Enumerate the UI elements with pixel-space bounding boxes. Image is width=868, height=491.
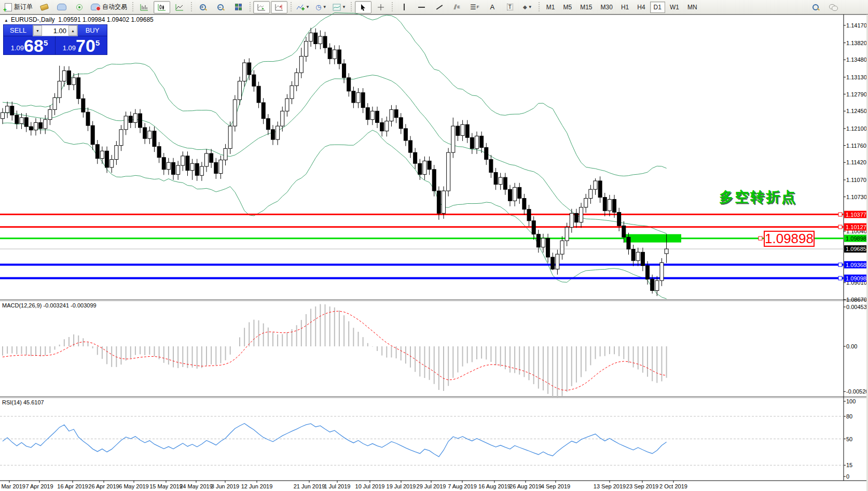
line-anchor-handle[interactable] [838, 276, 842, 280]
svg-text:1.11070: 1.11070 [846, 177, 866, 183]
svg-text:28 Mar 2019: 28 Mar 2019 [0, 483, 25, 489]
collapse-trade-panel-icon[interactable]: ▲ [4, 18, 8, 23]
svg-text:1.08670: 1.08670 [846, 297, 867, 303]
svg-text:1.09368: 1.09368 [846, 262, 866, 268]
svg-text:1.13820: 1.13820 [846, 40, 867, 46]
svg-text:100: 100 [846, 398, 856, 404]
volume-increase-button[interactable]: ▲ [68, 25, 77, 36]
svg-text:1.12790: 1.12790 [846, 91, 867, 97]
svg-text:19 Jul 2019: 19 Jul 2019 [387, 483, 416, 489]
volume-decrease-button[interactable]: ▼ [33, 25, 42, 36]
svg-text:16 Aug 2019: 16 Aug 2019 [478, 483, 511, 489]
buy-price-big: 70 [76, 38, 95, 53]
svg-text:26 Aug 2019: 26 Aug 2019 [509, 483, 542, 489]
line-anchor-handle[interactable] [759, 236, 762, 240]
sell-button[interactable]: SELL [4, 25, 33, 36]
horizontal-line-objects [0, 213, 844, 280]
svg-text:26 Apr 2019: 26 Apr 2019 [88, 483, 119, 489]
svg-text:0.00: 0.00 [846, 343, 857, 349]
buy-price[interactable]: 1.09 70 5 [56, 36, 107, 54]
svg-text:21 Jun 2019: 21 Jun 2019 [294, 483, 325, 489]
svg-text:12 Jun 2019: 12 Jun 2019 [241, 483, 273, 489]
volume-stepper: ▼ ▲ [33, 25, 78, 36]
sell-price-prefix: 1.09 [11, 44, 24, 52]
sell-price-big: 68 [24, 38, 44, 53]
svg-text:1.12450: 1.12450 [846, 108, 867, 114]
macd-panel: 0.0045360.00-0.005205 [3, 304, 868, 398]
svg-text:15 May 2019: 15 May 2019 [149, 483, 183, 489]
rsi-indicator-label: RSI(14) 45.6107 [2, 399, 44, 405]
svg-text:29 Jul 2019: 29 Jul 2019 [417, 483, 446, 489]
sell-price-sup: 5 [44, 38, 48, 47]
svg-text:50: 50 [846, 436, 852, 442]
svg-text:24 May 2019: 24 May 2019 [180, 483, 213, 489]
svg-text:1.14170: 1.14170 [846, 22, 867, 29]
svg-text:1.10377: 1.10377 [846, 212, 866, 218]
svg-text:1.11760: 1.11760 [846, 143, 866, 149]
annotation-text[interactable]: 多空转折点 [719, 188, 797, 206]
symbol-period-label: EURUSD-,Daily [11, 16, 55, 23]
ohlc-values-label: 1.09591 1.09984 1.09402 1.09685 [58, 16, 154, 23]
svg-text:1.11420: 1.11420 [846, 159, 866, 165]
svg-text:15: 15 [846, 462, 852, 468]
rsi-panel: 1008050150 [0, 398, 856, 480]
one-click-trading-panel: SELL ▼ ▲ BUY 1.09 68 5 1.09 70 5 [3, 24, 107, 55]
sell-price[interactable]: 1.09 68 5 [4, 36, 56, 54]
svg-text:1.10127: 1.10127 [846, 224, 866, 230]
svg-text:1.09098: 1.09098 [846, 275, 866, 282]
svg-text:1.09898: 1.09898 [846, 235, 866, 242]
svg-text:1 Jul 2019: 1 Jul 2019 [324, 483, 351, 489]
buy-button[interactable]: BUY [78, 25, 107, 36]
mt4-window: 新订单 自动交易 + − [0, 0, 868, 491]
chart-canvas[interactable]: 1.141701.138201.134801.131301.127901.124… [0, 0, 868, 491]
svg-text:1.09685: 1.09685 [846, 246, 866, 252]
svg-text:13 Sep 2019: 13 Sep 2019 [594, 483, 626, 489]
line-anchor-handle[interactable] [838, 225, 842, 229]
svg-text:2 Oct 2019: 2 Oct 2019 [659, 483, 687, 489]
svg-text:23 Sep 2019: 23 Sep 2019 [626, 483, 658, 489]
svg-text:0: 0 [846, 473, 849, 480]
chart-title: ▲EURUSD-,Daily 1.09591 1.09984 1.09402 1… [4, 16, 154, 23]
buy-price-prefix: 1.09 [63, 44, 76, 52]
svg-text:1.10730: 1.10730 [846, 194, 867, 200]
svg-text:16 Apr 2019: 16 Apr 2019 [57, 483, 88, 489]
svg-text:80: 80 [846, 413, 852, 419]
buy-price-sup: 5 [95, 38, 100, 47]
panel-frames [0, 15, 868, 481]
price-axis[interactable]: 1.141701.138201.134801.131301.127901.124… [844, 22, 867, 303]
svg-text:10 Jul 2019: 10 Jul 2019 [355, 483, 385, 489]
price-callout-box[interactable]: 1.09898 [764, 231, 815, 247]
svg-text:6 May 2019: 6 May 2019 [119, 483, 148, 489]
highlight-rectangle[interactable] [624, 234, 681, 243]
svg-text:0.004536: 0.004536 [846, 304, 868, 310]
date-axis[interactable]: 28 Mar 20197 Apr 201916 Apr 201926 Apr 2… [0, 481, 687, 489]
svg-text:1.13130: 1.13130 [846, 74, 867, 80]
svg-text:7 Apr 2019: 7 Apr 2019 [25, 483, 53, 489]
line-anchor-handle[interactable] [838, 213, 842, 216]
svg-text:4 Sep 2019: 4 Sep 2019 [541, 483, 570, 489]
volume-input[interactable] [42, 25, 68, 36]
line-anchor-handle[interactable] [838, 263, 842, 266]
svg-text:1.12100: 1.12100 [846, 125, 867, 132]
svg-text:-0.005205: -0.005205 [846, 388, 868, 395]
svg-text:7 Aug 2019: 7 Aug 2019 [448, 483, 477, 489]
svg-text:1.13480: 1.13480 [846, 57, 867, 63]
macd-indicator-label: MACD(12,26,9) -0.003241 -0.003099 [2, 302, 97, 308]
svg-text:3 Jun 2019: 3 Jun 2019 [211, 483, 239, 489]
